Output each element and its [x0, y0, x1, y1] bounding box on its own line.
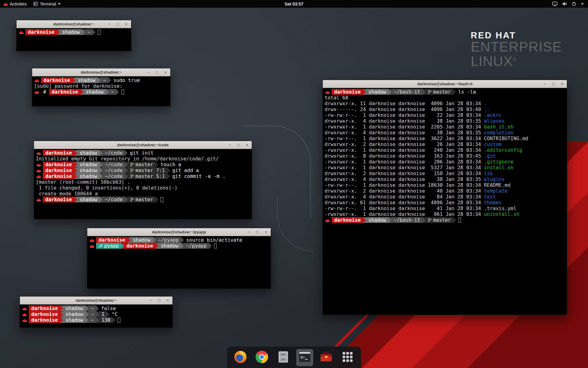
- terminal-line: -rw-rw-r--. 1 darknoise darknoise 41 Jan…: [325, 205, 565, 211]
- output-text: -rw-rw-r--. 1 darknoise darknoise 41 Jan…: [325, 205, 484, 211]
- terminal-content[interactable]: darknoiseshadow~/pyappsource bin/activat…: [87, 236, 271, 289]
- window-titlebar[interactable]: darknoise@shadow:~/pyapp − □ ×: [87, 228, 271, 236]
- prompt-segment-path: ~: [109, 89, 117, 95]
- powerline-arrow: [453, 89, 456, 95]
- prompt-segment-user: darknoise: [332, 217, 363, 223]
- close-button[interactable]: ×: [264, 230, 268, 234]
- prompt-segment-host: shadow: [77, 150, 100, 156]
- window-titlebar[interactable]: darknoise@shadow:~ − □ ×: [17, 20, 131, 28]
- command-text: false: [101, 305, 116, 311]
- terminal-content[interactable]: darknoiseshadow~: [17, 28, 131, 51]
- terminal-content[interactable]: darknoiseshadow~/codegit initInitialized…: [34, 149, 252, 219]
- prompt-segment-git: master ?:1: [128, 167, 167, 173]
- minimize-button[interactable]: −: [228, 143, 232, 147]
- power-icon[interactable]: [572, 2, 576, 6]
- app-grid-icon: [341, 350, 355, 365]
- terminal-line: pyappdarknoiseshadow~/pyapp: [89, 243, 269, 249]
- minimize-button[interactable]: −: [146, 70, 150, 75]
- red-hat-prompt-icon: [34, 78, 41, 82]
- terminal-content[interactable]: darknoiseshadow~sudo true[sudo] password…: [32, 76, 170, 106]
- caret-down-icon[interactable]: [581, 3, 584, 5]
- terminal-line: drwxrwxr-x. 11 darknoise darknoise 4096 …: [325, 101, 565, 106]
- powerline-arrow: [74, 174, 77, 179]
- powerline-arrow: [100, 174, 103, 179]
- file-name: test: [484, 194, 496, 200]
- branch-icon: [130, 168, 134, 173]
- app-menu-button[interactable]: Terminal: [30, 0, 64, 8]
- prompt-segment-host: shadow: [83, 89, 106, 95]
- window-titlebar[interactable]: darknoise@shadow:~ − □ ×: [20, 297, 172, 305]
- prompt-segment-user: darknoise: [96, 237, 128, 243]
- activities-label: Activities: [10, 2, 27, 6]
- command-text: git add a: [172, 167, 199, 173]
- clock[interactable]: Sat 03:57: [285, 2, 303, 6]
- powerline-arrow: [168, 174, 170, 179]
- minimize-button[interactable]: −: [149, 298, 153, 303]
- terminal-line: -rwxrwxr-x. 1 darknoise darknoise 5327 J…: [325, 165, 565, 171]
- maximize-button[interactable]: □: [255, 230, 259, 234]
- file-name: custom: [484, 141, 502, 147]
- volume-icon[interactable]: [562, 2, 567, 6]
- terminal-line: drwxrwxr-x. 2 darknoise darknoise 40 Jan…: [325, 188, 565, 194]
- system-status-area[interactable]: [550, 0, 586, 8]
- maximize-button[interactable]: □: [116, 22, 120, 26]
- close-button[interactable]: ×: [124, 22, 128, 26]
- prompt-segment-user: darknoise: [43, 197, 74, 202]
- minimize-button[interactable]: −: [107, 22, 111, 26]
- prompt-segment-path: ~/code: [103, 167, 125, 173]
- terminal-cursor: [214, 243, 217, 248]
- minimize-button[interactable]: −: [247, 230, 251, 234]
- powerline-arrow: [100, 150, 103, 156]
- terminal-content[interactable]: darknoiseshadow~/bash-itmasterls -latota…: [323, 88, 567, 315]
- terminal-line: [master (root-commit) 50bcb63] .: [36, 179, 250, 185]
- close-button[interactable]: ×: [166, 298, 170, 303]
- powerline-arrow: [113, 317, 115, 323]
- powerline-arrow: [453, 217, 456, 223]
- maximize-button[interactable]: □: [236, 143, 240, 147]
- maximize-button[interactable]: □: [157, 298, 161, 303]
- powerline-arrow: [363, 217, 366, 223]
- dock-item-chrome[interactable]: [253, 349, 270, 366]
- window-selector-icon[interactable]: [552, 2, 557, 6]
- terminal-line: darknoiseshadow~/codemaster S:1git commi…: [36, 173, 250, 179]
- file-name: CONTRIBUTING.md: [484, 136, 528, 141]
- svg-text:$>: $>: [300, 355, 305, 359]
- terminal-line: darknoiseshadow~/codemaster ?:1git add a: [36, 167, 250, 173]
- dock-item-terminal[interactable]: $>: [296, 349, 313, 366]
- maximize-button[interactable]: □: [552, 82, 556, 86]
- terminal-line: darknoiseshadow~/bash-itmaster: [325, 217, 565, 223]
- output-text: drwxrwxr-x. 4 darknoise darknoise 38 Jan…: [325, 130, 484, 136]
- terminal-content[interactable]: darknoiseshadow~falsedarknoiseshadow~1^C…: [20, 305, 172, 328]
- file-name: README.md: [484, 182, 511, 188]
- window-titlebar[interactable]: darknoise@shadow:~/code − □ ×: [34, 141, 252, 149]
- window-titlebar[interactable]: darknoise@shadow:~ − □ ×: [32, 68, 170, 76]
- activities-button[interactable]: Activities: [0, 0, 30, 8]
- close-button[interactable]: ×: [245, 143, 249, 147]
- powerline-arrow: [100, 197, 103, 202]
- file-name: bash_it.sh: [484, 124, 513, 130]
- terminal-line: darknoiseshadow~: [18, 29, 129, 35]
- minimize-button[interactable]: −: [543, 82, 547, 86]
- close-button[interactable]: ×: [560, 82, 564, 86]
- terminal-line: Initialized empty Git repository in /hom…: [36, 156, 250, 162]
- output-text: create mode 100644 a: [36, 191, 98, 197]
- prompt-segment-host: shadow: [77, 162, 100, 167]
- powerline-arrow: [121, 243, 124, 249]
- prompt-segment-user: darknoise: [43, 150, 74, 156]
- window-titlebar[interactable]: darknoise@shadow:~/bash-it − □ ×: [323, 80, 567, 88]
- powerline-arrow: [81, 89, 83, 95]
- prompt-segment-user: darknoise: [49, 89, 81, 95]
- prompt-segment-path: ~/bash-it: [391, 89, 423, 95]
- output-text: drwxrwxr-x. 2 darknoise darknoise 150 Ja…: [325, 171, 484, 176]
- close-button[interactable]: ×: [164, 70, 168, 75]
- powerline-arrow: [57, 29, 60, 35]
- powerline-arrow: [100, 162, 103, 167]
- maximize-button[interactable]: □: [155, 70, 159, 75]
- terminal-line: -rwxrwxr-x. 1 darknoise darknoise 961 Ja…: [325, 211, 565, 217]
- dock-item-app-grid[interactable]: [339, 349, 356, 366]
- dock-item-firefox[interactable]: [232, 349, 249, 366]
- window-title: darknoise@shadow:~: [53, 22, 94, 26]
- file-name: .: [484, 101, 487, 106]
- dock-item-toolbox[interactable]: [318, 349, 335, 366]
- dock-item-files[interactable]: [275, 349, 292, 366]
